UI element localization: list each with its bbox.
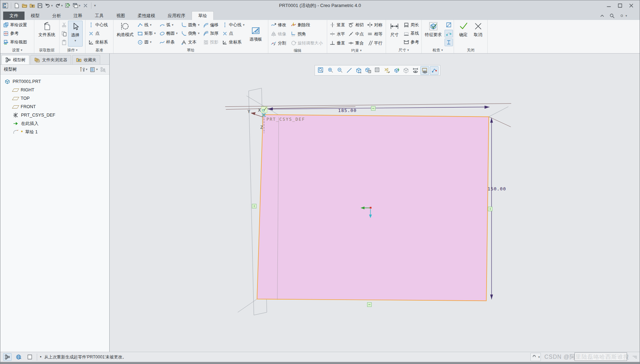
tab-analysis[interactable]: 分析 xyxy=(46,12,67,20)
arc-button[interactable]: 弧▾ xyxy=(158,21,179,29)
tab-model-tree[interactable]: 模型树 xyxy=(1,55,29,64)
chamfer-button[interactable]: 倒角▾ xyxy=(180,29,201,38)
tree-tools-button[interactable]: ▾ xyxy=(80,67,88,72)
qat-customize-button[interactable]: ▾ xyxy=(94,4,96,7)
dropdown-icon[interactable]: ▾ xyxy=(176,32,178,35)
datum-point-button[interactable]: 点 xyxy=(87,29,111,38)
panel-blank-button[interactable] xyxy=(26,353,34,361)
tab-sketch[interactable]: 草绘 xyxy=(192,11,214,20)
dropdown-icon[interactable]: ▾ xyxy=(150,23,152,27)
tab-flexible-modeling[interactable]: 柔性建模 xyxy=(131,12,161,20)
constraint-tangent-button[interactable]: 相切 xyxy=(347,21,365,29)
tree-item-sketch-1[interactable]: * 草绘 1 xyxy=(13,128,109,136)
sketch-setup-button[interactable]: 草绘设置 xyxy=(2,21,32,29)
tab-applications[interactable]: 应用程序 xyxy=(161,12,192,20)
dropdown-icon[interactable]: ▾ xyxy=(150,41,152,44)
ok-button[interactable]: 确定 xyxy=(457,21,470,47)
tab-view[interactable]: 视图 xyxy=(110,12,131,20)
dimension-display-button[interactable] xyxy=(411,66,420,75)
tree-item-front-plane[interactable]: FRONT xyxy=(13,103,109,111)
window-switch-button[interactable]: ▾ xyxy=(73,1,81,10)
select-dropdown-icon[interactable]: ▾ xyxy=(75,39,76,42)
sketch-centerline-button[interactable]: 中心线▾ xyxy=(221,21,246,29)
group-label-dimension[interactable]: 尺寸▾ xyxy=(386,47,421,53)
redo-button[interactable]: ▾ xyxy=(55,1,63,10)
find-button[interactable]: ▾ xyxy=(530,353,541,361)
reference-dim-button[interactable]: REF 参考 xyxy=(402,38,420,47)
divide-button[interactable]: 分割 xyxy=(270,39,289,47)
open-file-button[interactable] xyxy=(22,3,27,8)
tree-item-insert-here[interactable]: 在此插入 xyxy=(13,119,109,128)
dropdown-icon[interactable]: ▾ xyxy=(172,23,174,27)
offset-button[interactable]: 偏移 xyxy=(202,21,220,29)
constraint-perpendicular-button[interactable]: 垂直 xyxy=(329,39,347,47)
tab-folder-browser[interactable]: 文件夹浏览器 xyxy=(30,55,71,64)
group-label-inspect[interactable]: 检查▾ xyxy=(422,47,454,53)
zoom-fit-button[interactable] xyxy=(316,66,325,75)
repaint-button[interactable] xyxy=(345,66,353,75)
show-style-button[interactable] xyxy=(364,66,372,75)
maximize-button[interactable] xyxy=(617,3,623,8)
resize-grip[interactable] xyxy=(633,356,637,358)
dropdown-icon[interactable]: ▾ xyxy=(198,23,200,27)
session-button[interactable]: ▾ xyxy=(619,12,627,20)
spin-center-button[interactable] xyxy=(392,66,401,75)
save-button[interactable] xyxy=(37,3,43,8)
spline-button[interactable]: 样条 xyxy=(158,38,179,47)
tree-item-csys[interactable]: PRT_CSYS_DEF xyxy=(13,111,109,119)
tree-item-top-plane[interactable]: TOP xyxy=(13,94,109,103)
tab-tools[interactable]: 工具 xyxy=(89,12,110,20)
sketch-scene[interactable]: 185.00 150.00 xyxy=(110,54,640,352)
sketch-csys-button[interactable]: 坐标系 xyxy=(221,38,246,47)
search-icon[interactable] xyxy=(609,13,615,19)
graphics-area[interactable]: 185.00 150.00 xyxy=(110,54,640,352)
circle-button[interactable]: 圆▾ xyxy=(136,38,157,47)
regenerate-button[interactable] xyxy=(65,3,70,8)
sketch-surface[interactable] xyxy=(257,115,489,301)
close-button[interactable] xyxy=(628,3,634,8)
constraint-symmetric-button[interactable]: 对称 xyxy=(366,21,384,29)
dropdown-icon[interactable]: ▾ xyxy=(538,356,540,359)
dropdown-icon[interactable]: ▾ xyxy=(154,32,156,35)
tab-annotate[interactable]: 注释 xyxy=(67,12,89,20)
dropdown-icon[interactable]: ▾ xyxy=(86,68,88,71)
tab-file[interactable]: 文件 xyxy=(3,12,25,20)
modify-button[interactable]: 修改 xyxy=(270,21,289,29)
corner-button[interactable]: 拐角 xyxy=(290,30,326,38)
constraint-parallel-button[interactable]: 平行 xyxy=(366,39,384,47)
model-tree-toggle-button[interactable] xyxy=(3,353,12,361)
dropdown-icon[interactable]: ▾ xyxy=(198,32,200,35)
dimension-button[interactable]: 尺寸 xyxy=(387,21,401,47)
dropdown-icon[interactable]: ▾ xyxy=(51,4,53,7)
references-button[interactable]: 参考 xyxy=(2,29,32,38)
display-style-button[interactable] xyxy=(354,66,363,75)
vertex-display-button[interactable] xyxy=(430,66,439,75)
dropdown-icon[interactable]: ▾ xyxy=(96,68,98,71)
minimize-button[interactable] xyxy=(606,3,612,8)
dropdown-icon[interactable]: ▾ xyxy=(61,4,63,7)
palette-button[interactable]: 选项板 xyxy=(247,21,265,47)
fillet-button[interactable]: 圆角▾ xyxy=(180,21,201,29)
file-system-button[interactable]: 文件系统 xyxy=(37,21,57,47)
constraint-horizontal-button[interactable]: 水平 xyxy=(329,30,347,38)
import-button[interactable] xyxy=(29,3,35,8)
sketch-point-button[interactable]: 点 xyxy=(221,29,246,38)
sketch-view-button[interactable]: 草绘视图 xyxy=(2,38,32,47)
text-button[interactable]: 文本 xyxy=(180,38,201,47)
close-window-button[interactable] xyxy=(83,3,88,8)
datum-centerline-button[interactable]: 中心线 xyxy=(87,21,111,29)
dropdown-icon[interactable]: ▾ xyxy=(79,4,81,7)
construction-mode-button[interactable]: 构造模式 xyxy=(115,21,135,47)
web-browser-button[interactable] xyxy=(14,353,23,361)
perimeter-button[interactable]: 周长 xyxy=(402,21,420,29)
dropdown-icon[interactable]: ▾ xyxy=(243,23,245,27)
origin-vertex-handle[interactable] xyxy=(261,107,267,113)
zoom-out-button[interactable] xyxy=(335,66,344,75)
zoom-in-button[interactable] xyxy=(326,66,335,75)
constraint-vertical-button[interactable]: 竖直 xyxy=(329,21,347,29)
datum-display-button[interactable] xyxy=(383,66,391,75)
tree-item-part[interactable]: PRT0001.PRT xyxy=(5,77,109,86)
constraint-coincident-button[interactable]: 重合 xyxy=(347,39,365,47)
help-icon[interactable]: ? xyxy=(631,13,637,19)
collapse-ribbon-icon[interactable] xyxy=(599,13,605,19)
